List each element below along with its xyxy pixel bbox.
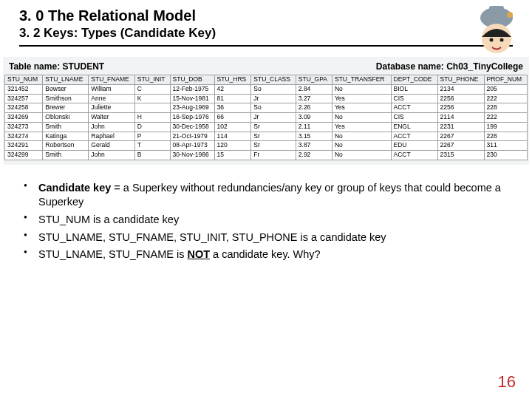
cell: No <box>332 132 391 141</box>
cartoon-avatar-icon <box>460 1 526 53</box>
cell: ACCT <box>391 151 437 160</box>
cell: Yes <box>332 103 391 113</box>
cell: 36 <box>214 103 251 113</box>
cell: CIS <box>391 113 437 123</box>
table-name-label: Table name: STUDENT <box>9 61 104 72</box>
cell: 2256 <box>437 94 484 103</box>
cell: 16-Sep-1976 <box>170 113 214 123</box>
col-stu_class: STU_CLASS <box>251 75 296 85</box>
cell: Gerald <box>89 141 134 151</box>
cell: John <box>89 122 134 132</box>
table-row: 324274KatingaRaphaelP21-Oct-1979114Sr3.1… <box>5 132 528 141</box>
page-number: 16 <box>498 372 516 392</box>
cell: 30-Dec-1958 <box>170 122 214 132</box>
col-stu_phone: STU_PHONE <box>437 75 484 85</box>
col-stu_dob: STU_DOB <box>170 75 214 85</box>
database-name-label: Database name: Ch03_TinyCollege <box>376 61 523 72</box>
svg-point-4 <box>490 38 494 42</box>
svg-point-2 <box>507 12 513 18</box>
cell: 12-Feb-1975 <box>170 84 214 94</box>
cell: 23-Aug-1969 <box>170 103 214 113</box>
cell: Sr <box>251 141 296 151</box>
bullet-not-key: STU_LNAME, STU_FNAME is NOT a candidate … <box>22 248 510 262</box>
cell: ACCT <box>391 103 437 113</box>
cell: 42 <box>214 84 251 94</box>
cell: ACCT <box>391 132 437 141</box>
cell: 199 <box>484 122 528 132</box>
cell: No <box>332 113 391 123</box>
col-dept_code: DEPT_CODE <box>391 75 437 85</box>
table-row: 321452BowserWilliamC12-Feb-197542So2.84N… <box>5 84 528 94</box>
col-stu_init: STU_INIT <box>134 75 170 85</box>
cell: No <box>332 84 391 94</box>
cell: Raphael <box>89 132 134 141</box>
cell: EDU <box>391 141 437 151</box>
cell: Smith <box>43 151 89 160</box>
col-stu_num: STU_NUM <box>5 75 43 85</box>
cell: Brewer <box>43 103 89 113</box>
col-stu_gpa: STU_GPA <box>296 75 332 85</box>
cell: No <box>332 151 391 160</box>
col-prof_num: PROF_NUM <box>484 75 528 85</box>
cell: 324299 <box>5 151 43 160</box>
cell: 324273 <box>5 122 43 132</box>
cell: P <box>134 132 170 141</box>
cell: 81 <box>214 94 251 103</box>
cell: D <box>134 122 170 132</box>
cell: K <box>134 94 170 103</box>
cell: 08-Apr-1973 <box>170 141 214 151</box>
cell: 3.15 <box>296 132 332 141</box>
cell: 120 <box>214 141 251 151</box>
cell: 205 <box>484 84 528 94</box>
cell: CIS <box>391 94 437 103</box>
cell: So <box>251 103 296 113</box>
bullet-not-word: NOT <box>187 248 210 260</box>
student-table-panel: Table name: STUDENT Database name: Ch03_… <box>3 57 529 165</box>
bullet-list: Candidate key = a Superkey without redun… <box>22 181 510 262</box>
cell: 2315 <box>437 151 484 160</box>
cell: 2256 <box>437 103 484 113</box>
cell: 15 <box>214 151 251 160</box>
cell: 228 <box>484 103 528 113</box>
table-row: 324258BrewerJuliette23-Aug-196936So2.26Y… <box>5 103 528 113</box>
cell: H <box>134 113 170 123</box>
cell: Jr <box>251 94 296 103</box>
cell: 2114 <box>437 113 484 123</box>
table-row: 324273SmithJohnD30-Dec-1958102Sr2.11YesE… <box>5 122 528 132</box>
cell: 321452 <box>5 84 43 94</box>
bullet-combo-key: STU_LNAME, STU_FNAME, STU_INIT, STU_PHON… <box>22 231 510 245</box>
cell: ENGL <box>391 122 437 132</box>
cell: 21-Oct-1979 <box>170 132 214 141</box>
cell: 324257 <box>5 94 43 103</box>
cell: 30-Nov-1986 <box>170 151 214 160</box>
cell: Sr <box>251 122 296 132</box>
bullet-stu-num: STU_NUM is a candidate key <box>22 213 510 228</box>
svg-point-5 <box>500 38 504 42</box>
cell: Yes <box>332 122 391 132</box>
cell: 222 <box>484 113 528 123</box>
cell: 324274 <box>5 132 43 141</box>
cell: No <box>332 141 391 151</box>
bullet-term: Candidate key <box>38 182 111 194</box>
cell: 2231 <box>437 122 484 132</box>
cell: Fr <box>251 151 296 160</box>
cell: 230 <box>484 151 528 160</box>
cell: 324269 <box>5 113 43 123</box>
cell: 2.11 <box>296 122 332 132</box>
cell: 66 <box>214 113 251 123</box>
cell: Yes <box>332 94 391 103</box>
cell: Oblonski <box>43 113 89 123</box>
cell: Robertson <box>43 141 89 151</box>
cell: BIOL <box>391 84 437 94</box>
cell: Smith <box>43 122 89 132</box>
cell: 114 <box>214 132 251 141</box>
heading-section: 3. 2 Keys: Types (Candidate Key) <box>19 26 513 41</box>
table-row: 324299SmithJohnB30-Nov-198615Fr2.92NoACC… <box>5 151 528 160</box>
student-table: STU_NUMSTU_LNAMESTU_FNAMESTU_INITSTU_DOB… <box>4 75 528 160</box>
cell: 2.84 <box>296 84 332 94</box>
cell: William <box>89 84 134 94</box>
cell: 2134 <box>437 84 484 94</box>
cell: 311 <box>484 141 528 151</box>
cell: 324291 <box>5 141 43 151</box>
cell: 222 <box>484 94 528 103</box>
